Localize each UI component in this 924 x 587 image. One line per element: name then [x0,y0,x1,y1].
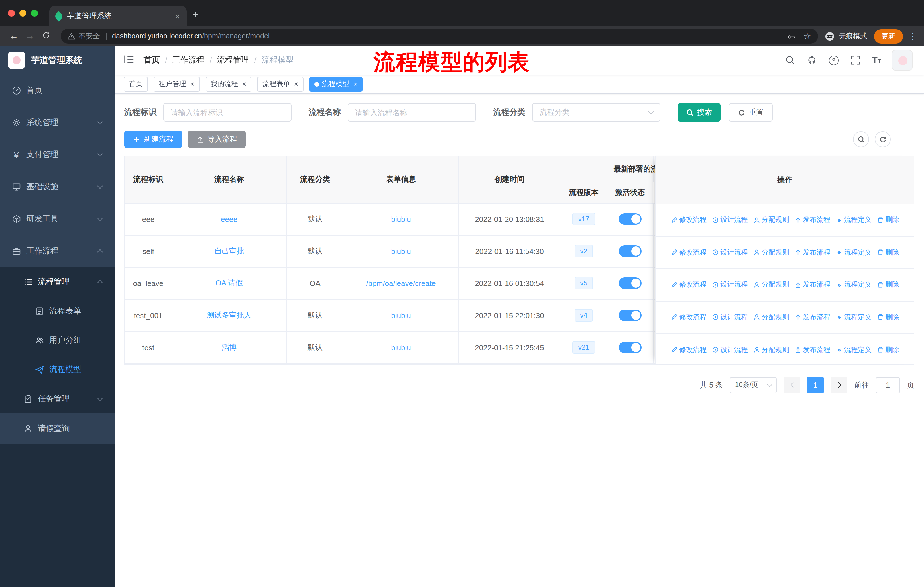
action-edit-link[interactable]: 修改流程 [670,215,706,225]
process-name-link[interactable]: eeee [221,215,238,223]
search-icon[interactable] [784,55,796,66]
action-delete-link[interactable]: 删除 [877,215,899,225]
action-design-link[interactable]: 设计流程 [712,313,748,322]
action-publish-link[interactable]: 发布流程 [794,313,830,322]
font-size-icon[interactable]: TT [872,55,881,65]
action-edit-link[interactable]: 修改流程 [670,313,706,322]
browser-menu-icon[interactable]: ⋮ [909,31,917,41]
breadcrumb-process-management[interactable]: 流程管理 [217,55,249,65]
forward-button[interactable]: → [22,31,38,41]
action-definition-link[interactable]: 流程定义 [835,313,871,322]
page-1-button[interactable]: 1 [807,377,824,393]
process-name-input[interactable] [348,103,476,122]
maximize-window-button[interactable] [31,10,38,17]
version-badge[interactable]: v2 [574,245,593,257]
action-edit-link[interactable]: 修改流程 [670,248,706,257]
address-bar[interactable]: 不安全 dashboard.yudao.iocoder.cn/bpm/manag… [61,29,818,43]
chrome-update-button[interactable]: 更新 [874,29,903,43]
search-button[interactable]: 搜索 [678,103,721,122]
reload-button[interactable] [38,31,54,41]
action-assign-link[interactable]: 分配规则 [753,215,789,225]
sidebar-item-infrastructure[interactable]: 基础设施 [0,171,115,203]
user-avatar[interactable] [892,50,912,71]
goto-page-input[interactable] [876,377,900,393]
form-info-link[interactable]: biubiu [391,311,411,319]
action-design-link[interactable]: 设计流程 [712,215,748,225]
close-window-button[interactable] [8,10,15,17]
help-icon[interactable]: ? [829,55,839,65]
active-toggle[interactable] [619,278,641,289]
sidebar-item-devtools[interactable]: 研发工具 [0,203,115,235]
sidebar-item-system[interactable]: 系统管理 [0,107,115,139]
active-toggle[interactable] [619,342,641,353]
action-delete-link[interactable]: 删除 [877,345,899,355]
new-tab-button[interactable]: + [193,7,199,23]
back-button[interactable]: ← [6,31,22,41]
process-name-link[interactable]: 自己审批 [214,246,244,255]
prev-page-button[interactable] [784,377,800,393]
action-edit-link[interactable]: 修改流程 [670,280,706,290]
form-info-link[interactable]: biubiu [391,215,411,223]
category-select[interactable]: 流程分类 [532,103,660,122]
form-info-link[interactable]: biubiu [391,343,411,352]
action-design-link[interactable]: 设计流程 [712,280,748,290]
security-label[interactable]: 不安全 [79,31,100,41]
github-icon[interactable] [807,55,818,66]
breadcrumb-workflow[interactable]: 工作流程 [172,55,205,65]
action-delete-link[interactable]: 删除 [877,313,899,322]
tag-home[interactable]: 首页 [124,76,148,91]
action-assign-link[interactable]: 分配规则 [753,313,789,322]
toggle-search-button[interactable] [853,131,869,147]
bookmark-star-icon[interactable]: ☆ [804,31,811,41]
action-assign-link[interactable]: 分配规则 [753,345,789,355]
version-badge[interactable]: v17 [573,213,595,225]
action-publish-link[interactable]: 发布流程 [794,345,830,355]
app-logo[interactable]: 芋道管理系统 [0,46,115,74]
minimize-window-button[interactable] [20,10,26,17]
tag-process-model[interactable]: 流程模型× [309,76,363,91]
tag-process-form[interactable]: 流程表单× [257,76,303,91]
key-icon[interactable] [787,32,795,40]
refresh-table-button[interactable] [875,131,891,147]
close-icon[interactable]: × [242,80,246,88]
reset-button[interactable]: 重置 [729,103,773,122]
form-info-link[interactable]: biubiu [391,247,411,255]
form-info-link[interactable]: /bpm/oa/leave/create [366,279,436,288]
close-icon[interactable]: × [294,80,298,88]
next-page-button[interactable] [831,377,847,393]
process-name-link[interactable]: 滔博 [222,343,237,351]
sidebar-item-task-management[interactable]: 任务管理 [0,384,115,413]
process-name-link[interactable]: 测试多审批人 [207,311,251,319]
action-definition-link[interactable]: 流程定义 [835,280,871,290]
active-toggle[interactable] [619,245,641,257]
create-process-button[interactable]: 新建流程 [124,131,182,148]
page-size-select[interactable]: 10条/页 [730,377,777,393]
action-edit-link[interactable]: 修改流程 [670,345,706,355]
action-design-link[interactable]: 设计流程 [712,345,748,355]
active-toggle[interactable] [619,309,641,321]
process-name-link[interactable]: OA 请假 [215,279,243,287]
sidebar-item-leave-query[interactable]: 请假查询 [0,413,115,444]
sidebar-item-process-form[interactable]: 流程表单 [0,296,115,326]
action-definition-link[interactable]: 流程定义 [835,345,871,355]
action-assign-link[interactable]: 分配规则 [753,280,789,290]
action-design-link[interactable]: 设计流程 [712,248,748,257]
version-badge[interactable]: v21 [573,341,595,354]
sidebar-item-payment[interactable]: ¥ 支付管理 [0,139,115,171]
close-icon[interactable]: × [353,80,358,88]
sidebar-item-process-management[interactable]: 流程管理 [0,267,115,296]
action-publish-link[interactable]: 发布流程 [794,280,830,290]
close-icon[interactable]: × [190,80,195,88]
action-assign-link[interactable]: 分配规则 [753,248,789,257]
action-definition-link[interactable]: 流程定义 [835,215,871,225]
version-badge[interactable]: v5 [574,277,593,289]
fullscreen-icon[interactable] [850,55,861,66]
action-publish-link[interactable]: 发布流程 [794,248,830,257]
tag-tenant-management[interactable]: 租户管理× [153,76,200,91]
sidebar-item-workflow[interactable]: 工作流程 [0,235,115,267]
tab-close-icon[interactable]: × [173,11,181,21]
sidebar-item-home[interactable]: 首页 [0,74,115,107]
action-delete-link[interactable]: 删除 [877,248,899,257]
browser-tab[interactable]: 芋道管理系统 × [49,6,187,26]
tag-my-process[interactable]: 我的流程× [205,76,251,91]
